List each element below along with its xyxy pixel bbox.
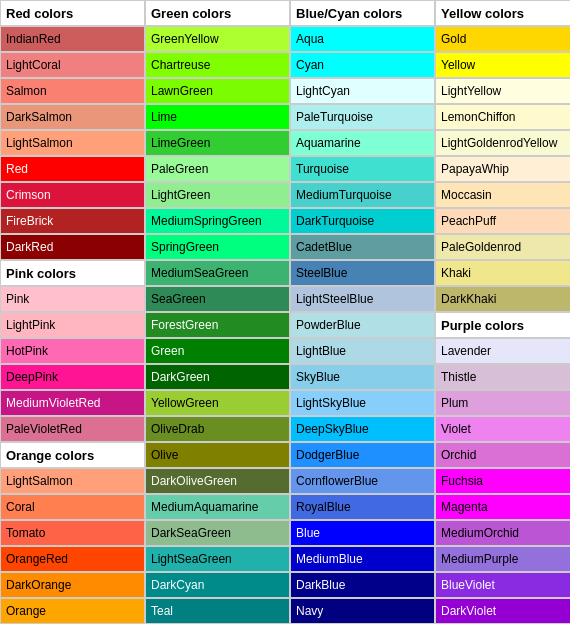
- color-swatch: LightYellow: [435, 78, 570, 104]
- color-swatch: FireBrick: [0, 208, 145, 234]
- color-swatch: Violet: [435, 416, 570, 442]
- column-header: Yellow colors: [435, 0, 570, 26]
- color-swatch: DarkOliveGreen: [145, 468, 290, 494]
- color-swatch: Aquamarine: [290, 130, 435, 156]
- color-swatch: Orchid: [435, 442, 570, 468]
- color-swatch: OrangeRed: [0, 546, 145, 572]
- color-swatch: LemonChiffon: [435, 104, 570, 130]
- color-swatch: RoyalBlue: [290, 494, 435, 520]
- color-swatch: Thistle: [435, 364, 570, 390]
- color-swatch: DarkRed: [0, 234, 145, 260]
- color-swatch: CornflowerBlue: [290, 468, 435, 494]
- color-swatch: LightSkyBlue: [290, 390, 435, 416]
- color-swatch: MediumSpringGreen: [145, 208, 290, 234]
- color-swatch: LightGreen: [145, 182, 290, 208]
- color-swatch: PeachPuff: [435, 208, 570, 234]
- color-swatch: Pink: [0, 286, 145, 312]
- color-swatch: ForestGreen: [145, 312, 290, 338]
- color-swatch: PaleTurquoise: [290, 104, 435, 130]
- color-swatch: HotPink: [0, 338, 145, 364]
- color-swatch: DarkGreen: [145, 364, 290, 390]
- color-swatch: Coral: [0, 494, 145, 520]
- color-swatch: LightSeaGreen: [145, 546, 290, 572]
- color-swatch: BlueViolet: [435, 572, 570, 598]
- color-swatch: GreenYellow: [145, 26, 290, 52]
- color-swatch: Cyan: [290, 52, 435, 78]
- color-swatch: PaleGreen: [145, 156, 290, 182]
- color-swatch: MediumVioletRed: [0, 390, 145, 416]
- color-swatch: Gold: [435, 26, 570, 52]
- color-swatch: Turquoise: [290, 156, 435, 182]
- section-header: Orange colors: [0, 442, 145, 468]
- color-swatch: DarkBlue: [290, 572, 435, 598]
- color-swatch: MediumOrchid: [435, 520, 570, 546]
- color-swatch: LightSalmon: [0, 468, 145, 494]
- color-swatch: LightSteelBlue: [290, 286, 435, 312]
- color-swatch: SpringGreen: [145, 234, 290, 260]
- color-grid: Red colorsGreen colorsBlue/Cyan colorsYe…: [0, 0, 570, 624]
- color-swatch: LightPink: [0, 312, 145, 338]
- color-swatch: MediumAquamarine: [145, 494, 290, 520]
- color-swatch: MediumPurple: [435, 546, 570, 572]
- column-header: Red colors: [0, 0, 145, 26]
- color-swatch: YellowGreen: [145, 390, 290, 416]
- color-swatch: PowderBlue: [290, 312, 435, 338]
- color-swatch: Olive: [145, 442, 290, 468]
- color-swatch: LightGoldenrodYellow: [435, 130, 570, 156]
- color-swatch: IndianRed: [0, 26, 145, 52]
- color-swatch: LightBlue: [290, 338, 435, 364]
- color-swatch: Khaki: [435, 260, 570, 286]
- section-header: Pink colors: [0, 260, 145, 286]
- color-swatch: Teal: [145, 598, 290, 624]
- color-swatch: Blue: [290, 520, 435, 546]
- color-swatch: LightCyan: [290, 78, 435, 104]
- color-swatch: Yellow: [435, 52, 570, 78]
- color-swatch: MediumTurquoise: [290, 182, 435, 208]
- color-swatch: LawnGreen: [145, 78, 290, 104]
- color-swatch: Moccasin: [435, 182, 570, 208]
- color-swatch: DarkSalmon: [0, 104, 145, 130]
- color-swatch: DarkKhaki: [435, 286, 570, 312]
- color-swatch: MediumBlue: [290, 546, 435, 572]
- color-swatch: Magenta: [435, 494, 570, 520]
- color-swatch: DarkOrange: [0, 572, 145, 598]
- color-swatch: Salmon: [0, 78, 145, 104]
- color-swatch: Plum: [435, 390, 570, 416]
- color-swatch: DarkViolet: [435, 598, 570, 624]
- color-swatch: Crimson: [0, 182, 145, 208]
- color-swatch: CadetBlue: [290, 234, 435, 260]
- color-swatch: Tomato: [0, 520, 145, 546]
- color-swatch: OliveDrab: [145, 416, 290, 442]
- color-swatch: PaleGoldenrod: [435, 234, 570, 260]
- color-swatch: SkyBlue: [290, 364, 435, 390]
- color-swatch: MediumSeaGreen: [145, 260, 290, 286]
- color-swatch: DarkTurquoise: [290, 208, 435, 234]
- color-swatch: LightCoral: [0, 52, 145, 78]
- color-swatch: DodgerBlue: [290, 442, 435, 468]
- color-swatch: Chartreuse: [145, 52, 290, 78]
- color-swatch: Fuchsia: [435, 468, 570, 494]
- color-swatch: PapayaWhip: [435, 156, 570, 182]
- color-swatch: LightSalmon: [0, 130, 145, 156]
- color-swatch: Navy: [290, 598, 435, 624]
- section-header: Purple colors: [435, 312, 570, 338]
- color-swatch: Aqua: [290, 26, 435, 52]
- color-swatch: Orange: [0, 598, 145, 624]
- color-swatch: Green: [145, 338, 290, 364]
- column-header: Blue/Cyan colors: [290, 0, 435, 26]
- color-swatch: Lime: [145, 104, 290, 130]
- color-swatch: Red: [0, 156, 145, 182]
- color-swatch: Lavender: [435, 338, 570, 364]
- color-swatch: DarkCyan: [145, 572, 290, 598]
- color-swatch: LimeGreen: [145, 130, 290, 156]
- color-swatch: SteelBlue: [290, 260, 435, 286]
- color-swatch: SeaGreen: [145, 286, 290, 312]
- color-swatch: DeepSkyBlue: [290, 416, 435, 442]
- color-swatch: PaleVioletRed: [0, 416, 145, 442]
- color-swatch: DeepPink: [0, 364, 145, 390]
- color-swatch: DarkSeaGreen: [145, 520, 290, 546]
- column-header: Green colors: [145, 0, 290, 26]
